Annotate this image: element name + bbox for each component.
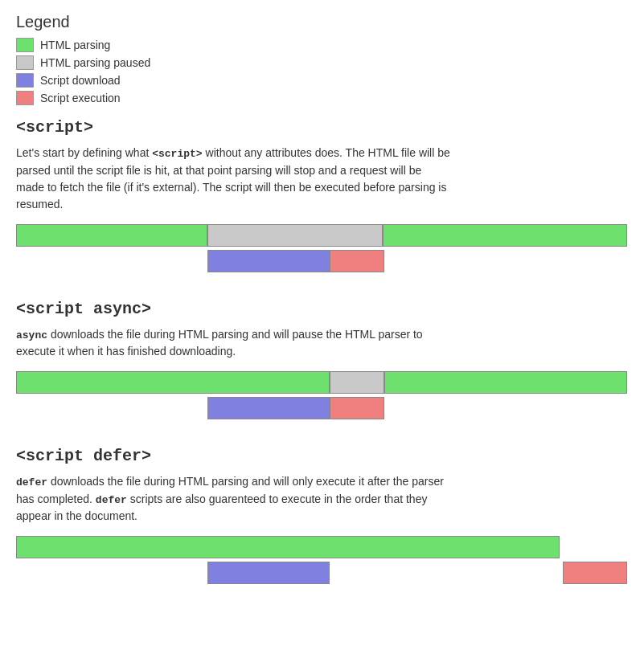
legend-item-html-parsing-paused: HTML parsing paused: [16, 55, 628, 70]
legend-label-html-parsing-paused: HTML parsing paused: [40, 56, 150, 69]
legend-label-script-download: Script download: [40, 74, 121, 87]
bar-html-parse-1a: [16, 224, 207, 247]
bar-script-exec-2: [330, 397, 384, 419]
legend-color-html-parsing-paused: [16, 55, 34, 70]
bar-html-parse-2b: [384, 371, 627, 394]
legend-item-script-download: Script download: [16, 73, 628, 88]
bar-script-exec-1: [330, 250, 384, 272]
section-text-script: Let's start by defining what <script> wi…: [16, 145, 450, 213]
bar-html-parse-1b: [383, 224, 627, 247]
bar-script-download-3: [207, 562, 330, 584]
legend-color-script-download: [16, 73, 34, 88]
legend-items: HTML parsing HTML parsing paused Script …: [16, 38, 628, 105]
legend-label-html-parsing: HTML parsing: [40, 39, 110, 51]
bar-html-parse-3: [16, 536, 560, 558]
section-text-async: async downloads the file during HTML par…: [16, 326, 450, 361]
legend-color-script-execution: [16, 91, 34, 105]
diagram-async: [16, 371, 627, 427]
section-text-defer: defer downloads the file during HTML par…: [16, 473, 450, 525]
bar-html-parse-2a: [16, 371, 330, 394]
bar-html-pause-1: [207, 224, 383, 247]
legend-item-html-parsing: HTML parsing: [16, 38, 628, 52]
bar-html-pause-2: [330, 371, 384, 394]
legend-label-script-execution: Script execution: [40, 92, 121, 104]
diagram-defer: [16, 536, 627, 592]
bar-script-exec-3: [563, 562, 627, 584]
bar-script-download-1: [207, 250, 346, 272]
section-heading-async: <script async>: [16, 300, 628, 318]
diagram-script: [16, 224, 627, 280]
legend-color-html-parsing: [16, 38, 34, 52]
bar-script-download-2: [207, 397, 330, 419]
legend-title: Legend: [16, 13, 628, 31]
section-heading-script: <script>: [16, 118, 628, 137]
legend-item-script-execution: Script execution: [16, 91, 628, 105]
section-heading-defer: <script defer>: [16, 447, 628, 465]
